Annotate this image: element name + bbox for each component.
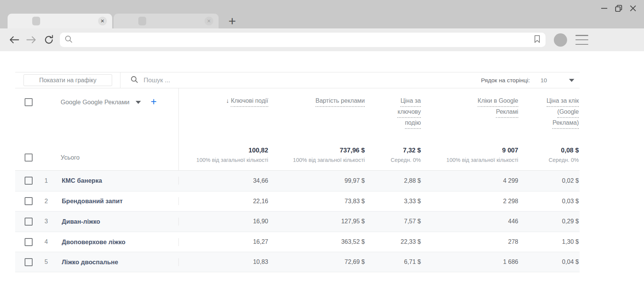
row-checkbox[interactable] [25, 218, 33, 226]
page-content: Показати на графіку Рядок на сторінці: 1… [0, 51, 644, 298]
dimension-header-cell: Google Google Реклами + [15, 88, 179, 135]
close-tab-icon[interactable]: ✕ [98, 17, 107, 25]
row-checkbox[interactable] [25, 238, 33, 246]
table-search-input[interactable] [144, 77, 295, 84]
show-on-chart-button[interactable]: Показати на графіку [23, 74, 112, 86]
totals-cell: 9 007 100% від загальної кількості [422, 135, 519, 170]
chevron-down-icon[interactable] [569, 79, 574, 82]
chevron-down-icon[interactable] [136, 101, 141, 104]
column-header-ad-cost[interactable]: Вартість реклами [269, 88, 366, 135]
profile-avatar[interactable] [554, 33, 567, 47]
totals-label-cell: Усього [15, 135, 179, 170]
table-row[interactable]: 2 Брендований запит 22,16 73,83 $ 3,33 $… [15, 191, 580, 212]
table-row[interactable]: 3 Диван-ліжко 16,90 127,95 $ 7,57 $ 446 … [15, 211, 580, 232]
restore-button[interactable] [614, 4, 623, 13]
sort-descending-icon: ↓ [226, 97, 229, 104]
table-row[interactable]: 4 Двоповерхове ліжко 16,27 363,52 $ 22,3… [15, 232, 580, 252]
row-label[interactable]: КМС банерка [62, 177, 102, 184]
rows-per-page-value[interactable]: 10 [541, 77, 547, 84]
search-icon [130, 75, 138, 85]
row-label[interactable]: Брендований запит [62, 198, 123, 205]
dimension-header-label[interactable]: Google Google Реклами [61, 99, 130, 106]
row-label[interactable]: Двоповерхове ліжко [62, 238, 125, 246]
report-table: Показати на графіку Рядок на сторінці: 1… [15, 72, 580, 272]
search-icon [64, 35, 73, 45]
column-header-cost-per-click[interactable]: Ціна за клік (Google Реклама) [519, 88, 580, 135]
totals-cell: 100,82 100% від загальної кількості [179, 135, 269, 170]
table-row[interactable]: 1 КМС банерка 34,66 99,97 $ 2,88 $ 4 299… [15, 171, 580, 191]
column-header-key-events[interactable]: ↓Ключові події [179, 88, 269, 135]
totals-row: Усього 100,82 100% від загальної кількос… [15, 135, 580, 171]
browser-window: ✕ ✕ + [0, 0, 644, 298]
row-checkbox[interactable] [25, 258, 33, 266]
url-bar[interactable] [60, 33, 546, 47]
row-checkbox[interactable] [25, 177, 33, 185]
reload-icon[interactable] [42, 33, 55, 46]
forward-icon[interactable] [25, 33, 38, 46]
back-icon[interactable] [8, 33, 20, 46]
totals-cell: 737,96 $ 100% від загальної кількості [269, 135, 366, 170]
totals-cell: 0,08 $ Середн. 0% [519, 135, 580, 170]
menu-icon[interactable] [575, 35, 588, 45]
close-tab-icon[interactable]: ✕ [205, 17, 213, 25]
rows-per-page: Рядок на сторінці: 10 [481, 77, 574, 84]
browser-tab-inactive[interactable]: ✕ [114, 14, 219, 28]
window-controls [600, 4, 637, 13]
table-header-row: Google Google Реклами + ↓Ключові події В… [15, 88, 580, 135]
bookmark-icon[interactable] [533, 35, 541, 45]
column-header-cost-per-key-event[interactable]: Ціна за ключову подію [366, 88, 422, 135]
table-body: 1 КМС банерка 34,66 99,97 $ 2,88 $ 4 299… [15, 171, 580, 272]
rows-per-page-label: Рядок на сторінці: [481, 77, 530, 84]
totals-label: Усього [61, 154, 80, 161]
favicon-placeholder [32, 17, 40, 25]
titlebar: ✕ ✕ + [0, 0, 644, 28]
new-tab-button[interactable]: + [227, 16, 238, 27]
totals-checkbox[interactable] [25, 154, 33, 162]
select-all-checkbox[interactable] [25, 98, 33, 106]
table-toolbar-left: Показати на графіку [15, 72, 120, 88]
close-window-button[interactable] [629, 4, 637, 13]
table-row[interactable]: 5 Ліжко двоспальне 10,83 72,69 $ 6,71 $ … [15, 252, 580, 272]
row-checkbox[interactable] [25, 197, 33, 205]
favicon-placeholder [138, 17, 146, 25]
table-search[interactable] [130, 75, 481, 85]
browser-navbar [0, 28, 644, 51]
add-column-button[interactable]: + [151, 98, 157, 105]
address-input[interactable] [77, 36, 530, 43]
column-header-google-ads-clicks[interactable]: Кліки в Google Рекламі [422, 88, 519, 135]
row-label[interactable]: Диван-ліжко [62, 218, 100, 225]
row-label[interactable]: Ліжко двоспальне [62, 259, 118, 266]
table-toolbar: Показати на графіку Рядок на сторінці: 1… [15, 72, 580, 88]
totals-cell: 7,32 $ Середн. 0% [366, 135, 422, 170]
minimize-button[interactable] [600, 4, 608, 13]
browser-tab-active[interactable]: ✕ [8, 14, 112, 28]
